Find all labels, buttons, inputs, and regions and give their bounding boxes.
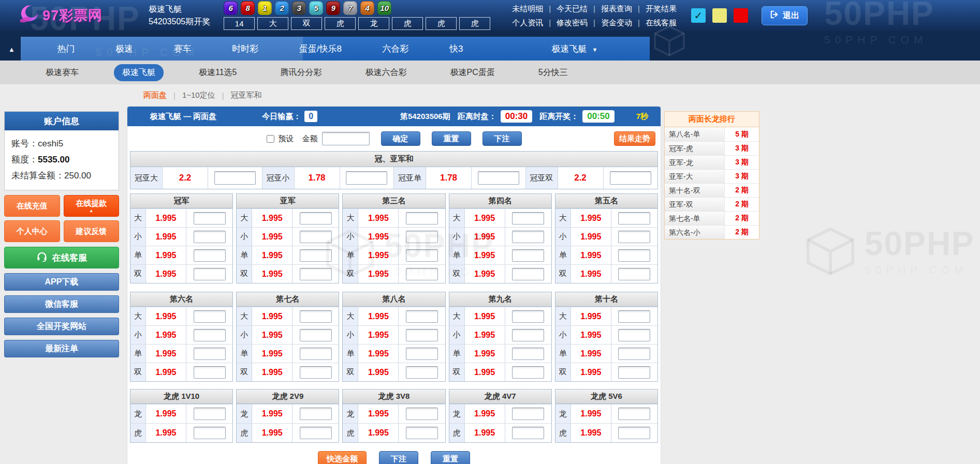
site-logo[interactable]: 97彩票网 bbox=[18, 4, 129, 27]
nav-item[interactable]: 六合彩 bbox=[378, 41, 413, 57]
bet-odds[interactable]: 1.995 bbox=[465, 405, 505, 423]
footer-reset-button[interactable]: 重置 bbox=[431, 451, 470, 464]
bet-odds[interactable]: 1.995 bbox=[358, 345, 399, 363]
amount-input[interactable] bbox=[322, 132, 370, 145]
bet-odds[interactable]: 1.995 bbox=[358, 424, 399, 442]
bet-amount-input[interactable] bbox=[300, 249, 332, 262]
bet-odds[interactable]: 1.995 bbox=[146, 265, 186, 283]
bet-amount-input[interactable] bbox=[194, 348, 226, 360]
bet-odds[interactable]: 1.995 bbox=[571, 345, 611, 363]
topbar-link[interactable]: 个人资讯 bbox=[512, 18, 543, 27]
bet-amount-input[interactable] bbox=[406, 231, 438, 243]
bet-amount-input[interactable] bbox=[618, 329, 650, 341]
bet-amount-input[interactable] bbox=[618, 231, 650, 243]
topbar-link[interactable]: 今天已结 bbox=[557, 4, 588, 13]
subnav-item[interactable]: 极速赛车 bbox=[37, 64, 87, 81]
bet-odds[interactable]: 1.995 bbox=[252, 265, 292, 283]
bet-odds[interactable]: 1.995 bbox=[571, 246, 611, 264]
preset-checkbox[interactable] bbox=[267, 135, 274, 143]
nav-item[interactable]: 赛车 bbox=[170, 41, 196, 57]
bet-amount-input[interactable] bbox=[512, 366, 544, 379]
withdraw-button[interactable]: 在线提款▲ bbox=[64, 195, 120, 217]
bet-odds[interactable]: 1.995 bbox=[252, 363, 292, 381]
feedback-button[interactable]: 建议反馈 bbox=[64, 220, 120, 242]
bet-odds[interactable]: 1.995 bbox=[146, 246, 186, 264]
bet-odds[interactable]: 1.995 bbox=[358, 326, 399, 344]
subnav-item[interactable]: 5分快三 bbox=[530, 64, 576, 81]
topbar-link[interactable]: 报表查询 bbox=[601, 4, 632, 13]
bet-odds[interactable]: 1.995 bbox=[465, 228, 505, 246]
bet-amount-input[interactable] bbox=[300, 212, 332, 224]
bet-button[interactable]: 下注 bbox=[482, 131, 522, 146]
bet-odds[interactable]: 1.995 bbox=[252, 424, 292, 442]
bet-amount-input[interactable] bbox=[300, 268, 332, 280]
subnav-item[interactable]: 腾讯分分彩 bbox=[272, 64, 330, 81]
reset-button[interactable]: 重置 bbox=[432, 131, 471, 146]
bet-odds[interactable]: 1.995 bbox=[252, 326, 292, 344]
footer-bet-button[interactable]: 下注 bbox=[379, 451, 418, 464]
sidebar-button[interactable]: APP下载 bbox=[4, 273, 119, 291]
bet-amount-input[interactable] bbox=[406, 348, 438, 360]
topbar-link[interactable]: 未结明细 bbox=[512, 4, 543, 13]
yellow-swatch[interactable] bbox=[712, 8, 727, 23]
topbar-link[interactable]: 修改密码 bbox=[557, 18, 588, 27]
bet-odds[interactable]: 1.995 bbox=[146, 228, 186, 246]
bet-odds[interactable]: 1.995 bbox=[146, 405, 186, 423]
bet-odds[interactable]: 1.995 bbox=[465, 424, 505, 442]
bet-odds[interactable]: 1.995 bbox=[252, 209, 292, 227]
bet-amount-input[interactable] bbox=[512, 212, 544, 224]
cyan-checkbox[interactable]: ✓ bbox=[691, 8, 706, 23]
bet-odds[interactable]: 2.2 bbox=[163, 167, 208, 189]
bet-amount-input[interactable] bbox=[478, 171, 519, 185]
bet-amount-input[interactable] bbox=[406, 427, 438, 439]
bet-amount-input[interactable] bbox=[406, 329, 438, 341]
bet-amount-input[interactable] bbox=[300, 427, 332, 439]
bet-amount-input[interactable] bbox=[194, 231, 226, 243]
topbar-link[interactable]: 在线客服 bbox=[646, 18, 677, 27]
bet-odds[interactable]: 1.995 bbox=[358, 405, 399, 423]
bet-amount-input[interactable] bbox=[194, 427, 226, 439]
bet-amount-input[interactable] bbox=[512, 268, 544, 280]
bet-odds[interactable]: 1.995 bbox=[146, 209, 186, 227]
bet-amount-input[interactable] bbox=[300, 329, 332, 341]
bet-amount-input[interactable] bbox=[618, 212, 650, 224]
collapse-arrow-icon[interactable]: ▲ bbox=[8, 46, 15, 53]
bet-amount-input[interactable] bbox=[300, 366, 332, 379]
bet-odds[interactable]: 1.995 bbox=[571, 307, 611, 325]
bet-amount-input[interactable] bbox=[618, 366, 650, 379]
bet-odds[interactable]: 1.995 bbox=[146, 345, 186, 363]
bet-odds[interactable]: 1.995 bbox=[571, 209, 611, 227]
bet-odds[interactable]: 1.995 bbox=[571, 363, 611, 381]
bet-odds[interactable]: 1.78 bbox=[426, 167, 472, 189]
nav-item[interactable]: 快3 bbox=[445, 41, 467, 57]
bet-odds[interactable]: 2.2 bbox=[558, 167, 604, 189]
bet-amount-input[interactable] bbox=[512, 348, 544, 360]
bet-amount-input[interactable] bbox=[406, 249, 438, 262]
bet-amount-input[interactable] bbox=[346, 171, 387, 185]
nav-item[interactable]: 极速 bbox=[111, 41, 137, 57]
bet-amount-input[interactable] bbox=[300, 348, 332, 360]
bet-amount-input[interactable] bbox=[300, 408, 332, 420]
bet-odds[interactable]: 1.995 bbox=[252, 246, 292, 264]
nav-item[interactable]: 蛋蛋/快乐8 bbox=[295, 41, 346, 57]
red-swatch[interactable] bbox=[734, 8, 748, 23]
bet-odds[interactable]: 1.995 bbox=[358, 209, 399, 227]
bet-odds[interactable]: 1.995 bbox=[146, 307, 186, 325]
bet-odds[interactable]: 1.995 bbox=[465, 307, 505, 325]
logout-button[interactable]: 退出 bbox=[762, 6, 808, 25]
bet-odds[interactable]: 1.995 bbox=[358, 265, 399, 283]
bet-amount-input[interactable] bbox=[618, 268, 650, 280]
bet-amount-input[interactable] bbox=[194, 366, 226, 379]
bet-odds[interactable]: 1.995 bbox=[571, 228, 611, 246]
bet-amount-input[interactable] bbox=[512, 310, 544, 323]
bet-amount-input[interactable] bbox=[512, 408, 544, 420]
bet-odds[interactable]: 1.995 bbox=[571, 424, 611, 442]
subnav-item[interactable]: 极速11选5 bbox=[191, 64, 245, 81]
online-service-button[interactable]: 在线客服 bbox=[4, 247, 119, 268]
bet-odds[interactable]: 1.995 bbox=[465, 363, 505, 381]
bet-odds[interactable]: 1.78 bbox=[295, 167, 340, 189]
bet-amount-input[interactable] bbox=[406, 366, 438, 379]
bet-amount-input[interactable] bbox=[618, 310, 650, 323]
quick-amount-button[interactable]: 快选金额 bbox=[318, 451, 367, 464]
bet-odds[interactable]: 1.995 bbox=[465, 345, 505, 363]
